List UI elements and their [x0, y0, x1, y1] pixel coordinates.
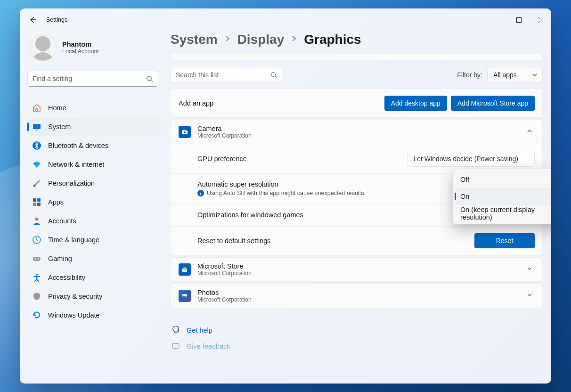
svg-rect-9 [37, 203, 41, 206]
titlebar: Settings [20, 8, 551, 31]
app-photos-card: Photos Microsoft Corporation [171, 284, 543, 308]
reset-label: Reset to default settings [197, 237, 271, 245]
nav-label: System [48, 123, 71, 131]
popup-option-on-keep[interactable]: On (keep current display resolution) [455, 205, 551, 222]
nav: Home System Bluetooth & devices Network … [27, 99, 161, 324]
photos-icon [179, 290, 191, 302]
svg-point-14 [38, 258, 39, 260]
update-icon [32, 310, 41, 320]
auto-sr-warning: Using Auto SR with this app might cause … [207, 190, 366, 196]
nav-bluetooth[interactable]: Bluetooth & devices [27, 137, 161, 155]
filter-select[interactable]: All apps [487, 67, 543, 83]
svg-point-5 [33, 185, 36, 187]
app-camera-header[interactable]: Camera Microsoft Corporation [171, 120, 542, 144]
chevron-down-icon [532, 72, 538, 78]
popup-option-on[interactable]: On [455, 188, 551, 205]
reset-button[interactable]: Reset [474, 233, 535, 248]
auto-sr-dropdown-popup: Off On On (keep current display resoluti… [452, 169, 551, 224]
nav-accessibility[interactable]: Accessibility [27, 269, 161, 286]
chevron-down-icon[interactable] [526, 292, 535, 300]
back-button[interactable] [24, 10, 42, 29]
add-store-app-button[interactable]: Add Microsoft Store app [451, 96, 535, 111]
breadcrumb: System Display Graphics [171, 32, 543, 47]
svg-rect-8 [33, 203, 36, 206]
breadcrumb-system[interactable]: System [171, 32, 218, 47]
windowed-opt-label: Optimizations for windowed games [197, 211, 303, 219]
svg-rect-2 [33, 124, 41, 129]
sidebar-search-placeholder: Find a setting [33, 75, 72, 82]
nav-label: Windows Update [48, 311, 100, 319]
reset-row: Reset to default settings Reset [171, 226, 542, 255]
nav-home[interactable]: Home [27, 99, 161, 117]
chevron-up-icon[interactable] [526, 128, 535, 136]
give-feedback-link[interactable]: Give feedback [187, 343, 230, 350]
camera-icon [179, 126, 191, 138]
nav-label: Bluetooth & devices [48, 142, 108, 149]
app-photos-header[interactable]: Photos Microsoft Corporation [171, 284, 542, 308]
svg-rect-12 [33, 257, 41, 261]
wifi-icon [32, 160, 41, 169]
app-name: Microsoft Store [197, 262, 252, 270]
breadcrumb-graphics: Graphics [304, 32, 361, 47]
search-icon [270, 72, 277, 78]
list-search-placeholder: Search this list [176, 71, 219, 79]
svg-rect-3 [35, 130, 38, 131]
app-publisher: Microsoft Corporation [197, 270, 252, 277]
help-icon [171, 326, 180, 335]
nav-label: Accessibility [48, 274, 85, 281]
add-desktop-app-button[interactable]: Add desktop app [384, 96, 447, 111]
popup-option-off[interactable]: Off [455, 171, 551, 188]
svg-rect-21 [184, 270, 185, 270]
svg-rect-6 [33, 198, 36, 202]
nav-label: Gaming [48, 255, 72, 262]
gpu-preference-select[interactable]: Let Windows decide (Power saving) [407, 151, 535, 167]
settings-window: Settings Phantom Local Account Find a se… [20, 8, 551, 384]
minimize-button[interactable] [486, 12, 508, 28]
home-icon [32, 103, 41, 113]
app-store-card: Microsoft Store Microsoft Corporation [171, 257, 543, 282]
app-name: Camera [197, 125, 252, 132]
search-icon [146, 75, 153, 82]
chevron-right-icon [224, 35, 231, 44]
sidebar-search[interactable]: Find a setting [27, 71, 158, 87]
list-search[interactable]: Search this list [171, 67, 282, 83]
profile-sub: Local Account [62, 48, 99, 55]
svg-point-10 [35, 218, 39, 221]
close-button[interactable] [530, 12, 551, 28]
chevron-down-icon[interactable] [526, 265, 535, 274]
sidebar: Phantom Local Account Find a setting Hom… [20, 31, 166, 384]
app-name: Photos [197, 289, 252, 296]
feedback-icon [171, 342, 180, 351]
filter-value: All apps [493, 71, 517, 79]
svg-point-16 [271, 73, 276, 77]
svg-rect-0 [516, 17, 521, 22]
nav-label: Network & internet [48, 161, 104, 168]
nav-system[interactable]: System [27, 118, 161, 136]
time-icon [32, 235, 41, 245]
nav-personalization[interactable]: Personalization [27, 174, 161, 192]
bluetooth-icon [32, 141, 41, 150]
profile[interactable]: Phantom Local Account [27, 31, 161, 71]
nav-label: Privacy & security [48, 293, 102, 300]
breadcrumb-display[interactable]: Display [237, 32, 285, 47]
get-help-link[interactable]: Get help [187, 327, 212, 334]
nav-privacy[interactable]: Privacy & security [27, 287, 161, 305]
app-store-header[interactable]: Microsoft Store Microsoft Corporation [171, 258, 542, 281]
svg-rect-20 [182, 269, 187, 272]
maximize-button[interactable] [508, 12, 530, 28]
nav-update[interactable]: Windows Update [27, 306, 161, 324]
previous-card-slice [171, 54, 543, 60]
add-app-card: Add an app Add desktop app Add Microsoft… [171, 89, 543, 118]
svg-point-15 [36, 274, 38, 276]
feedback-row: Give feedback [171, 338, 543, 354]
gaming-icon [32, 254, 41, 263]
chevron-right-icon [291, 35, 297, 44]
svg-rect-22 [185, 270, 186, 270]
nav-gaming[interactable]: Gaming [27, 250, 161, 268]
nav-apps[interactable]: Apps [27, 193, 161, 211]
nav-network[interactable]: Network & internet [27, 155, 161, 173]
auto-sr-label: Automatic super resolution [197, 180, 366, 188]
nav-time[interactable]: Time & language [27, 231, 161, 249]
nav-label: Personalization [48, 180, 95, 187]
nav-accounts[interactable]: Accounts [27, 212, 161, 230]
